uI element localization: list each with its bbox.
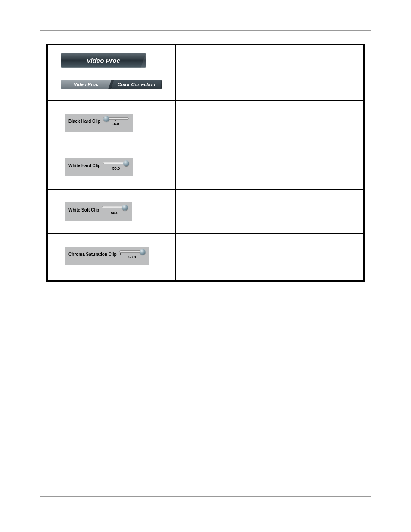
footer-rule <box>40 496 371 497</box>
cell-white-hard-desc <box>175 145 364 189</box>
tab-video-proc-label: Video Proc <box>74 82 98 87</box>
black-hard-clip-slider[interactable] <box>103 117 129 120</box>
white-hard-clip-slider[interactable] <box>103 162 129 164</box>
cell-header-desc <box>175 44 364 100</box>
slider-thumb-icon[interactable] <box>123 160 129 166</box>
white-hard-clip-label: White Hard Clip <box>68 162 103 168</box>
chroma-sat-clip-panel: Chroma Saturation Clip 50.0 <box>65 247 149 265</box>
white-soft-clip-panel: White Soft Clip 50.0 <box>65 202 132 221</box>
white-hard-clip-panel: White Hard Clip 50.0 <box>65 158 133 176</box>
video-proc-button-label: Video Proc <box>87 57 120 64</box>
white-soft-clip-slider[interactable] <box>102 206 128 208</box>
header-rule <box>40 30 371 31</box>
controls-table: Video Proc Video Proc Color Correction <box>46 44 365 282</box>
white-soft-clip-value: 50.0 <box>111 211 118 215</box>
white-hard-clip-value: 50.0 <box>112 166 120 171</box>
tab-color-correction-label: Color Correction <box>118 82 155 87</box>
tab-strip: Video Proc Color Correction <box>61 80 162 89</box>
white-soft-clip-label: White Soft Clip <box>68 206 102 212</box>
chroma-sat-clip-slider[interactable] <box>119 250 145 253</box>
slider-thumb-icon[interactable] <box>122 205 128 211</box>
cell-chroma-desc <box>175 233 364 281</box>
black-hard-clip-label: Black Hard Clip <box>68 117 103 124</box>
slider-thumb-icon[interactable] <box>140 249 146 255</box>
chroma-sat-clip-value: 50.0 <box>128 255 136 259</box>
chroma-sat-clip-label: Chroma Saturation Clip <box>68 250 119 257</box>
video-proc-button[interactable]: Video Proc <box>61 53 146 68</box>
black-hard-clip-panel: Black Hard Clip -6.8 <box>65 114 133 132</box>
cell-black-hard-desc <box>175 100 364 145</box>
cell-white-soft-desc <box>175 189 364 233</box>
tab-video-proc[interactable]: Video Proc <box>61 80 111 89</box>
black-hard-clip-value: -6.8 <box>112 122 119 126</box>
slider-thumb-icon[interactable] <box>103 116 109 122</box>
tab-color-correction[interactable]: Color Correction <box>111 80 162 89</box>
